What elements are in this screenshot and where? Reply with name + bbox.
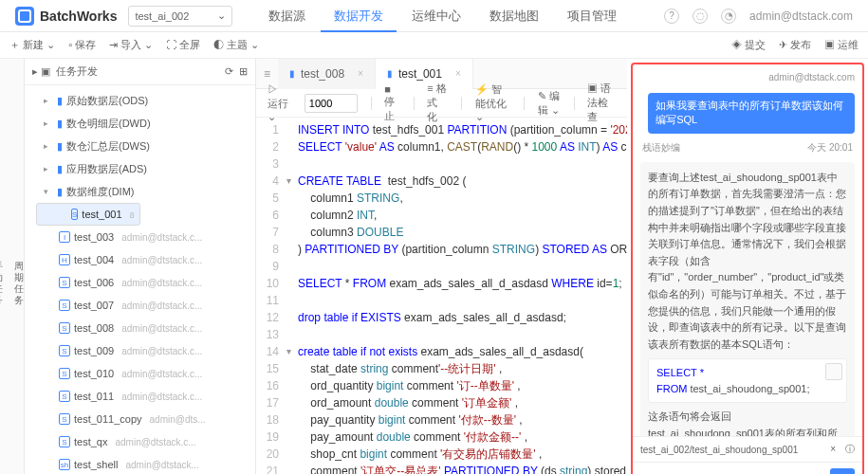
nav-item[interactable]: 项目管理 <box>554 0 630 32</box>
close-icon[interactable]: × ⓘ <box>830 443 855 456</box>
code-line: 7 column3 DOUBLE <box>256 224 627 241</box>
new-btn[interactable]: ＋ 新建 ⌄ <box>9 38 55 52</box>
send-btn[interactable]: ➤ <box>830 468 855 474</box>
tree-body: ▸▮ 原始数据层(ODS)▸▮ 数仓明细层(DWD)▸▮ 数仓汇总层(DWS)▸… <box>25 85 255 474</box>
code-line: 17 ord_amount double comment '订单金额' , <box>256 394 627 411</box>
top-header: BatchWorks test_ai_002⌄ 数据源数据开发运维中心数据地图项… <box>0 0 868 32</box>
help-icon[interactable]: ? <box>664 9 679 24</box>
chevron-down-icon: ⌄ <box>217 9 226 22</box>
code-line: 16 ord_quantity bigint comment '订--单数量' … <box>256 377 627 394</box>
main-nav: 数据源数据开发运维中心数据地图项目管理 <box>255 0 630 32</box>
code-line: 14▾create table if not exists exam_ads_s… <box>256 343 627 360</box>
chat-context: test_ai_002/test_ai_shoudong_sp001× ⓘ <box>633 436 862 462</box>
tree-file[interactable]: S test_009admin@dtstack.c... <box>25 339 255 362</box>
code-line: 6 column2 INT, <box>256 207 627 224</box>
tree-file[interactable]: I test_003admin@dtstack.c... <box>25 226 255 248</box>
tree-file[interactable]: H test_004admin@dtstack.c... <box>25 248 255 271</box>
code-line: 3 <box>256 155 627 173</box>
tree-header: ▸ ▣ 任务开发 ⟳ ⊞ <box>25 59 255 85</box>
filter-icon[interactable]: ⊞ <box>239 65 248 78</box>
nav-item[interactable]: 数据开发 <box>321 0 397 32</box>
code-editor[interactable]: 1INSERT INTO test_hdfs_001 PARTITION (pa… <box>256 118 627 474</box>
submit-btn[interactable]: ◈ 提交 <box>731 38 766 52</box>
top-right: ? ◌ ◔ admin@dtstack.com <box>664 9 853 24</box>
ai-chat-panel: admin@dtstack.com 如果我要查询表中的所有订单数据该如何编写SQ… <box>631 63 864 474</box>
user-icon[interactable]: ◔ <box>721 9 736 24</box>
code-line: 5 column1 STRING, <box>256 190 627 207</box>
code-line: 1INSERT INTO test_hdfs_001 PARTITION (pa… <box>256 121 627 138</box>
main: 周期任务手动任务临时查询运行历史资源管理函数管理组件管理标签管理 ▸ ▣ 任务开… <box>0 59 868 474</box>
tree-file[interactable]: S test_008admin@dtstack.c... <box>25 317 255 339</box>
left-rail: 周期任务手动任务临时查询运行历史资源管理函数管理组件管理标签管理 <box>0 59 25 474</box>
code-line: 2SELECT 'value' AS column1, CAST(RAND() … <box>256 138 627 155</box>
msg-icon[interactable]: ◌ <box>693 9 708 24</box>
code-line: 4▾CREATE TABLE test_hdfs_002 ( <box>256 173 627 190</box>
publish-btn[interactable]: ✈ 发布 <box>779 38 811 52</box>
save-btn[interactable]: ▫ 保存 <box>68 38 96 52</box>
editor-toolbar: ▷ 运行 ⌄ ■ 停止 ≡ 格式化 ⚡ 智能优化 ⌄ ✎ 编辑 ⌄ ▣ 语法检查 <box>256 89 627 118</box>
code-line: 15 stat_date string comment'--统计日期' , <box>256 360 627 377</box>
project-select[interactable]: test_ai_002⌄ <box>128 6 232 27</box>
import-btn[interactable]: ⇥ 导入 ⌄ <box>109 38 153 52</box>
user-email[interactable]: admin@dtstack.com <box>749 9 853 23</box>
logo-icon <box>15 7 34 26</box>
folder-icon: ▸ ▣ <box>32 65 50 78</box>
ops-btn[interactable]: ▣ 运维 <box>824 38 859 52</box>
menu-icon[interactable]: ≡ <box>256 67 278 81</box>
fs-btn[interactable]: ⛶ 全屏 <box>166 38 200 52</box>
file-tree: ▸ ▣ 任务开发 ⟳ ⊞ ▸▮ 原始数据层(ODS)▸▮ 数仓明细层(DWD)▸… <box>25 59 256 474</box>
limit-input[interactable] <box>305 94 358 113</box>
logo: BatchWorks <box>15 7 117 26</box>
rail-item[interactable]: 手动任务 <box>0 261 3 306</box>
nav-item[interactable]: 数据地图 <box>476 0 552 32</box>
chat-header: admin@dtstack.com <box>633 64 862 89</box>
copy-icon[interactable] <box>825 363 842 380</box>
tree-folder[interactable]: ▸▮ 数仓明细层(DWD) <box>25 112 255 135</box>
code-line: 21 comment '订单交--易总表' PARTITIONED BY (ds… <box>256 463 627 474</box>
rail-item[interactable]: 周期任务 <box>14 261 24 306</box>
code-line: 11 <box>256 292 627 309</box>
code-line: 9 <box>256 258 627 275</box>
tree-file[interactable]: sh test_shelladmin@dtstack... <box>25 453 255 474</box>
code-line: 18 pay_quantity bigint comment '付款--数量' … <box>256 411 627 428</box>
code-line: 12drop table if EXISTS exam_ads_sales_al… <box>256 309 627 326</box>
sub-toolbar: ＋ 新建 ⌄ ▫ 保存 ⇥ 导入 ⌄ ⛶ 全屏 ◐ 主题 ⌄ ◈ 提交 ✈ 发布… <box>0 32 868 59</box>
code-line: 8) PARTITIONED BY (partition_column STRI… <box>256 241 627 258</box>
editor-pane: ≡ ▮test_008×▮test_001× ▷ 运行 ⌄ ■ 停止 ≡ 格式化… <box>256 59 627 474</box>
code-line: 10SELECT * FROM exam_ads_sales_all_d_asd… <box>256 275 627 292</box>
refresh-icon[interactable]: ⟳ <box>225 65 233 78</box>
tree-folder[interactable]: ▾▮ 数据维度(DIM) <box>25 180 255 203</box>
tree-folder[interactable]: ▸▮ 数仓汇总层(DWS) <box>25 135 255 157</box>
chat-meta: 栈语妙编今天 20:01 <box>633 137 862 158</box>
theme-btn[interactable]: ◐ 主题 ⌄ <box>213 38 259 52</box>
close-icon[interactable]: × <box>455 68 461 79</box>
close-icon[interactable]: × <box>358 68 363 79</box>
tree-file[interactable]: S test_006admin@dtstack.c... <box>25 271 255 294</box>
code-line: 20 shop_cnt bigint comment '有交易的店铺数量' , <box>256 446 627 463</box>
tree-file[interactable]: S test_001admin@dtstack.c... <box>36 203 140 226</box>
tree-title: 任务开发 <box>56 64 98 79</box>
tree-file[interactable]: S test_010admin@dtstack.c... <box>25 362 255 385</box>
code-line: 13 <box>256 326 627 343</box>
user-message: 如果我要查询表中的所有订单数据该如何编写SQL <box>648 93 855 134</box>
nav-item[interactable]: 数据源 <box>255 0 319 32</box>
code-line: 19 pay_amount double comment '付款金额--' , <box>256 428 627 446</box>
chat-body: 要查询上述test_ai_shoudong_sp001表中的所有订单数据，首先我… <box>633 158 862 436</box>
editor-tab[interactable]: ▮test_008× <box>278 59 376 89</box>
edit-btn[interactable]: ✎ 编辑 ⌄ <box>538 89 561 118</box>
tree-folder[interactable]: ▸▮ 应用数据层(ADS) <box>25 157 255 180</box>
tree-file[interactable]: S test_011_copyadmin@dts... <box>25 408 255 430</box>
tree-file[interactable]: S test_007admin@dtstack.c... <box>25 294 255 317</box>
nav-item[interactable]: 运维中心 <box>398 0 474 32</box>
tree-file[interactable]: S test_qxadmin@dtstack.c... <box>25 430 255 453</box>
code-snippet: SELECT * FROM test_ai_shoudong_sp001; <box>648 358 847 403</box>
chat-input-row: ➤ <box>633 462 862 474</box>
tree-file[interactable]: S test_011admin@dtstack.c... <box>25 385 255 408</box>
tree-folder[interactable]: ▸▮ 原始数据层(ODS) <box>25 89 255 112</box>
bot-message: 要查询上述test_ai_shoudong_sp001表中的所有订单数据，首先我… <box>640 162 855 436</box>
